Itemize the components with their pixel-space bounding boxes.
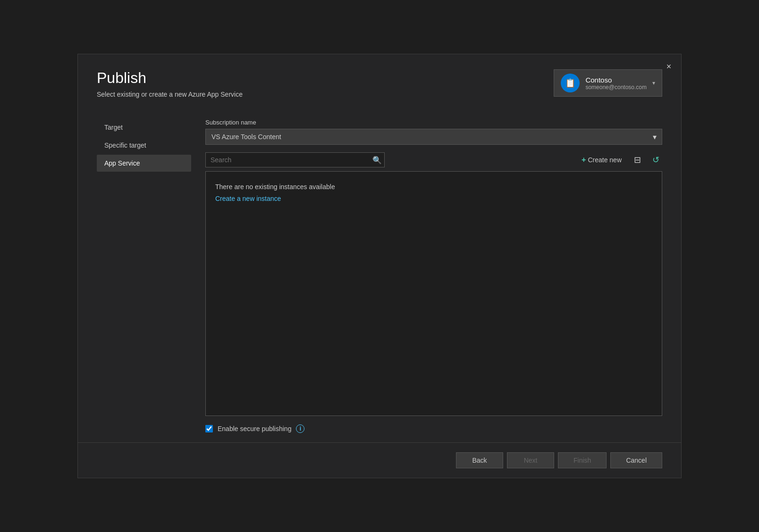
secure-publishing-label: Enable secure publishing [218, 425, 291, 432]
create-new-instance-link[interactable]: Create a new instance [215, 195, 281, 202]
subscription-select[interactable]: VS Azure Tools Content [205, 129, 662, 145]
sidebar-item-app-service[interactable]: App Service [97, 155, 191, 172]
refresh-button[interactable]: ↺ [649, 153, 662, 167]
toolbar: 🔍 + Create new ⊟ ↺ [205, 152, 662, 167]
no-instances-message: There are no existing instances availabl… [215, 183, 652, 191]
account-icon: 📋 [561, 74, 580, 92]
filter-icon: ⊟ [634, 155, 641, 165]
sidebar: Target Specific target App Service [97, 109, 191, 442]
account-badge[interactable]: 📋 Contoso someone@contoso.com ▾ [554, 69, 662, 97]
plus-icon: + [582, 156, 586, 164]
account-info: Contoso someone@contoso.com [585, 76, 647, 91]
next-button[interactable]: Next [507, 452, 554, 468]
account-dropdown-arrow-icon: ▾ [652, 80, 655, 86]
account-name: Contoso [585, 76, 647, 84]
dialog-subtitle: Select existing or create a new Azure Ap… [97, 91, 243, 98]
subscription-section: Subscription name VS Azure Tools Content [205, 119, 662, 145]
secure-publishing-checkbox[interactable] [205, 425, 213, 432]
instances-box: There are no existing instances availabl… [205, 171, 662, 416]
dialog-content: Target Specific target App Service Subsc… [78, 109, 681, 442]
footer: Back Next Finish Cancel [78, 442, 681, 478]
cancel-button[interactable]: Cancel [610, 452, 662, 468]
subscription-label: Subscription name [205, 119, 662, 126]
account-email: someone@contoso.com [585, 84, 647, 91]
info-icon[interactable]: i [296, 424, 304, 433]
main-panel: Subscription name VS Azure Tools Content… [191, 109, 662, 442]
sidebar-item-target[interactable]: Target [97, 119, 191, 136]
subscription-select-wrapper: VS Azure Tools Content [205, 129, 662, 145]
refresh-icon: ↺ [652, 155, 659, 165]
create-new-button[interactable]: + Create new [578, 153, 625, 167]
search-wrapper: 🔍 [205, 152, 385, 167]
dialog-header: Publish Select existing or create a new … [78, 54, 681, 109]
sidebar-item-specific-target[interactable]: Specific target [97, 137, 191, 154]
title-area: Publish Select existing or create a new … [97, 69, 243, 98]
secure-publishing-row: Enable secure publishing i [205, 424, 662, 433]
close-button[interactable]: × [662, 60, 675, 73]
dialog-title: Publish [97, 69, 243, 87]
toolbar-actions: + Create new ⊟ ↺ [578, 153, 662, 167]
search-icon-button[interactable]: 🔍 [372, 156, 382, 165]
finish-button[interactable]: Finish [558, 452, 607, 468]
filter-button[interactable]: ⊟ [631, 153, 644, 167]
search-input[interactable] [205, 152, 385, 167]
back-button[interactable]: Back [456, 452, 503, 468]
publish-dialog: × Publish Select existing or create a ne… [77, 54, 682, 478]
